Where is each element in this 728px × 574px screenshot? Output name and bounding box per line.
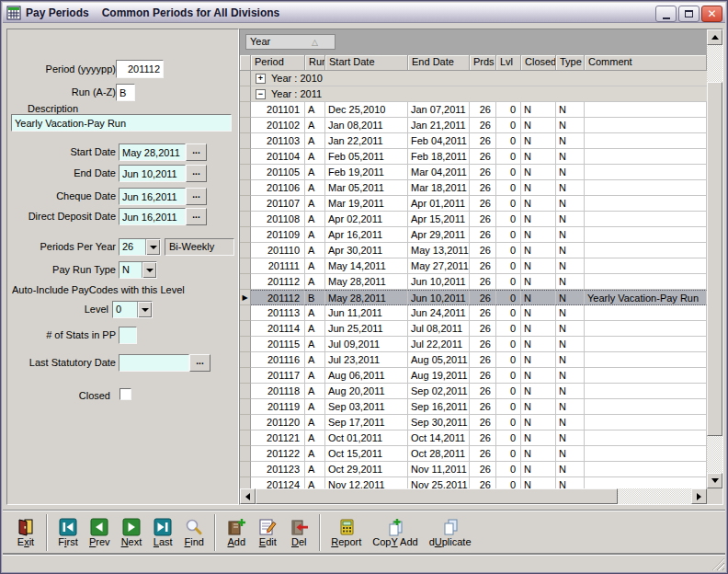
table-row-201112-A[interactable]: 201112AMay 28,2011Jun 10,2011260NN — [240, 274, 707, 290]
toolbar-last-button[interactable]: Last — [148, 516, 177, 549]
toolbar-prev-button[interactable]: Prev — [85, 516, 115, 549]
group-row-2010[interactable]: +Year : 2010 — [240, 71, 707, 86]
column-header-period[interactable]: Period — [251, 55, 305, 71]
last-statutory-date-picker-button[interactable]: ... — [189, 354, 210, 372]
level-select[interactable]: 0 — [112, 301, 153, 318]
group-by-bar[interactable]: Year △ — [240, 29, 707, 55]
table-row-201114-A[interactable]: 201114AJun 25,2011Jul 08,2011260NN — [240, 321, 707, 337]
row-indicator-cell — [240, 86, 251, 102]
start-date-picker-button[interactable]: ... — [186, 144, 207, 161]
toolbar-copy-add-button[interactable]: CopY Add — [368, 516, 422, 549]
table-row-201120-A[interactable]: 201120ASep 17,2011Sep 30,2011260NN — [240, 415, 707, 430]
cell-comment: Yearly Vacation-Pay Run — [585, 290, 707, 305]
toolbar-duplicate-button[interactable]: dUplicate — [425, 516, 476, 549]
last-statutory-date-input[interactable] — [119, 354, 189, 372]
table-row-201112-B[interactable]: ▶201112BMay 28,2011Jun 10,2011260NNYearl… — [240, 290, 707, 305]
pay-run-type-label: Pay Run Type — [7, 264, 116, 275]
group-by-year-chip[interactable]: Year △ — [245, 34, 336, 50]
cell-comment — [585, 368, 707, 384]
toolbar-report-button[interactable]: Report — [326, 516, 366, 549]
scroll-down-button[interactable] — [707, 473, 722, 488]
vertical-scrollbar[interactable] — [707, 29, 722, 488]
column-header-type[interactable]: Type — [556, 55, 585, 71]
column-header-comment[interactable]: Comment — [585, 55, 707, 71]
table-row-201121-A[interactable]: 201121AOct 01,2011Oct 14,2011260NN — [240, 430, 707, 446]
table-row-201104-A[interactable]: 201104AFeb 05,2011Feb 18,2011260NN — [240, 149, 707, 165]
start-date-input[interactable] — [119, 144, 186, 161]
direct-deposit-date-picker-button[interactable]: ... — [186, 208, 207, 225]
table-row-201115-A[interactable]: 201115AJul 09,2011Jul 22,2011260NN — [240, 337, 707, 352]
chevron-down-icon[interactable] — [145, 239, 160, 255]
column-header-closed[interactable]: Closed — [521, 55, 556, 71]
group-row-2011[interactable]: −Year : 2011 — [240, 86, 707, 102]
table-row-201105-A[interactable]: 201105AFeb 19,2011Mar 04,2011260NN — [240, 165, 707, 180]
column-header-prds[interactable]: Prds — [470, 55, 496, 71]
cheque-date-input[interactable] — [119, 188, 186, 205]
table-row-201124-A[interactable]: 201124ANov 12,2011Nov 25,2011260NN — [240, 477, 707, 488]
description-input[interactable] — [11, 114, 232, 132]
titlebar[interactable]: Pay Periods Common Periods for All Divis… — [3, 3, 725, 23]
table-row-201123-A[interactable]: 201123AOct 29,2011Nov 11,2011260NN — [240, 462, 707, 477]
scroll-up-button[interactable] — [707, 29, 722, 45]
scroll-left-button[interactable] — [240, 488, 256, 504]
toolbar-first-button[interactable]: First — [53, 516, 83, 549]
table-row-201108-A[interactable]: 201108AApr 02,2011Apr 15,2011260NN — [240, 212, 707, 227]
chevron-down-icon[interactable] — [142, 262, 156, 278]
expand-group-icon[interactable]: + — [256, 74, 266, 84]
table-row-201119-A[interactable]: 201119ASep 03,2011Sep 16,2011260NN — [240, 399, 707, 415]
table-row-201110-A[interactable]: 201110AApr 30,2011May 13,2011260NN — [240, 243, 707, 258]
column-header-lvl[interactable]: Lvl — [496, 55, 521, 71]
table-row-201103-A[interactable]: 201103AJan 22,2011Feb 04,2011260NN — [240, 133, 707, 149]
table-row-201117-A[interactable]: 201117AAug 06,2011Aug 19,2011260NN — [240, 368, 707, 384]
toolbar: ExitFirstPrevNextLastFindAddEditDelRepor… — [3, 511, 725, 554]
description-label: Description — [28, 103, 78, 114]
vertical-scrollbar-thumb[interactable] — [707, 82, 722, 436]
stats-in-pp-input[interactable] — [119, 327, 137, 344]
table-row-201102-A[interactable]: 201102AJan 08,2011Jan 21,2011260NN — [240, 118, 707, 133]
end-date-picker-button[interactable]: ... — [186, 165, 207, 182]
cell-run: A — [305, 415, 325, 430]
toolbar-exit-button[interactable]: Exit — [11, 516, 40, 549]
table-row-201118-A[interactable]: 201118AAug 20,2011Sep 02,2011260NN — [240, 384, 707, 399]
toolbar-find-button[interactable]: Find — [179, 516, 209, 549]
end-date-input[interactable] — [119, 165, 186, 182]
close-button[interactable]: ✕ — [701, 6, 722, 22]
run-input[interactable] — [116, 84, 135, 101]
table-row-201101-A[interactable]: 201101ADec 25,2010Jan 07,2011260NN — [240, 102, 707, 118]
minimize-button[interactable] — [655, 6, 677, 22]
toolbar-add-button[interactable]: Add — [222, 516, 251, 549]
pay-run-type-select[interactable]: N — [119, 261, 157, 279]
column-header-end-date[interactable]: End Date — [408, 55, 470, 71]
horizontal-scrollbar[interactable] — [240, 488, 707, 504]
table-row-201107-A[interactable]: 201107AMar 19,2011Apr 01,2011260NN — [240, 196, 707, 212]
table-row-201111-A[interactable]: 201111AMay 14,2011May 27,2011260NN — [240, 258, 707, 274]
direct-deposit-date-input[interactable] — [119, 208, 186, 225]
column-header-run[interactable]: Run — [305, 55, 325, 71]
maximize-button[interactable] — [678, 6, 700, 22]
period-input[interactable] — [116, 60, 164, 78]
table-row-201106-A[interactable]: 201106AMar 05,2011Mar 18,2011260NN — [240, 180, 707, 196]
periods-per-year-select[interactable]: 26 — [119, 238, 161, 256]
closed-checkbox[interactable] — [119, 388, 131, 400]
column-header-start-date[interactable]: Start Date — [325, 55, 408, 71]
toolbar-next-button[interactable]: Next — [117, 516, 147, 549]
toolbar-del-button[interactable]: Del — [284, 516, 313, 549]
resize-grip-icon[interactable] — [712, 558, 724, 570]
collapse-group-icon[interactable]: − — [256, 89, 266, 99]
cell-closed: N — [521, 102, 556, 118]
cell-prds: 26 — [470, 384, 496, 399]
scroll-right-button[interactable] — [691, 488, 707, 504]
table-row-201113-A[interactable]: 201113AJun 11,2011Jun 24,2011260NN — [240, 305, 707, 321]
cell-run: A — [305, 337, 325, 352]
table-row-201109-A[interactable]: 201109AApr 16,2011Apr 29,2011260NN — [240, 227, 707, 243]
cell-start-date: Apr 30,2011 — [325, 243, 408, 258]
chevron-down-icon[interactable] — [137, 302, 152, 317]
cell-comment — [585, 430, 707, 446]
cheque-date-picker-button[interactable]: ... — [186, 188, 207, 205]
cell-run: A — [305, 102, 325, 118]
cell-type: N — [556, 274, 585, 290]
table-row-201116-A[interactable]: 201116AJul 23,2011Aug 05,2011260NN — [240, 352, 707, 368]
horizontal-scrollbar-thumb[interactable] — [256, 488, 618, 504]
table-row-201122-A[interactable]: 201122AOct 15,2011Oct 28,2011260NN — [240, 446, 707, 462]
toolbar-edit-button[interactable]: Edit — [253, 516, 282, 549]
